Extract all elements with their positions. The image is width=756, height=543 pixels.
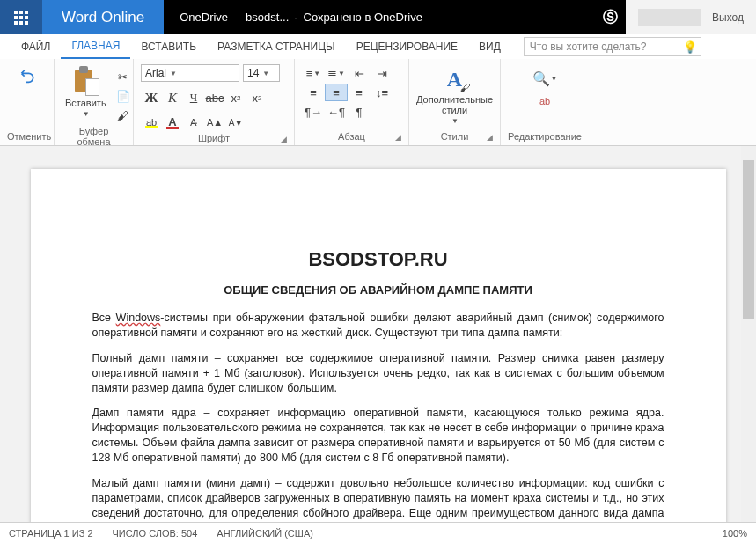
skype-icon: Ⓢ [603, 7, 618, 27]
copy-button[interactable]: 📄 [114, 87, 133, 105]
group-label-clipboard: Буфер обмена [62, 124, 126, 149]
doc-paragraph[interactable]: Малый дамп памяти (мини дамп) – содержит… [92, 476, 664, 522]
vertical-scrollbar[interactable] [741, 146, 756, 522]
status-page[interactable]: СТРАНИЦА 1 ИЗ 2 [9, 528, 93, 539]
document-page[interactable]: BSODSTOP.RU ОБЩИЕ СВЕДЕНИЯ ОБ АВАРИЙНОМ … [31, 169, 726, 522]
group-label-paragraph: Абзац◢ [302, 129, 401, 143]
group-label-editing: Редактирование [508, 129, 582, 143]
search-icon: 🔍 [532, 70, 550, 87]
line-spacing-button[interactable]: ↕≡ [371, 84, 393, 101]
highlight-color-button[interactable]: ab [141, 114, 162, 131]
tell-me-placeholder: Что вы хотите сделать? [530, 40, 647, 53]
tab-file[interactable]: ФАЙЛ [11, 34, 61, 59]
numbering-icon: ≣ [327, 67, 337, 80]
increase-indent-button[interactable]: ⇥ [371, 64, 393, 82]
styles-dialog-launcher[interactable]: ◢ [487, 133, 493, 142]
eraser-icon: A̶ [190, 117, 197, 128]
tab-page-layout[interactable]: РАЗМЕТКА СТРАНИЦЫ [207, 34, 346, 59]
group-label-styles: Стили◢ [416, 129, 493, 143]
bullets-button[interactable]: ≡▼ [302, 64, 325, 82]
align-right-icon: ≡ [356, 86, 363, 99]
document-area[interactable]: BSODSTOP.RU ОБЩИЕ СВЕДЕНИЯ ОБ АВАРИЙНОМ … [0, 146, 756, 522]
save-status: Сохранено в OneDrive [304, 11, 422, 24]
styles-button[interactable]: A🖌 Дополнительные стили ▼ [413, 64, 496, 127]
status-word-count[interactable]: ЧИСЛО СЛОВ: 504 [113, 528, 198, 539]
chevron-down-icon: ▼ [83, 110, 90, 118]
underline-button[interactable]: Ч [183, 89, 204, 106]
group-label-undo: Отменить [7, 129, 47, 143]
doc-heading-2[interactable]: ОБЩИЕ СВЕДЕНИЯ ОБ АВАРИЙНОМ ДАМПЕ ПАМЯТИ [92, 283, 664, 297]
tab-home[interactable]: ГЛАВНАЯ [61, 34, 130, 59]
font-size-select[interactable]: 14▼ [243, 64, 280, 82]
rtl-icon: ←¶ [327, 106, 345, 119]
tell-me-search[interactable]: Что вы хотите сделать? 💡 [524, 37, 701, 56]
find-button[interactable]: 🔍▼ [535, 70, 554, 87]
font-dialog-launcher[interactable]: ◢ [281, 135, 287, 143]
decrease-indent-button[interactable]: ⇤ [348, 64, 371, 82]
outdent-icon: ⇤ [355, 67, 364, 80]
rtl-button[interactable]: ←¶ [325, 103, 348, 121]
group-label-font: Шрифт◢ [141, 131, 287, 145]
status-zoom[interactable]: 100% [723, 528, 747, 539]
line-spacing-icon: ↕≡ [376, 86, 388, 99]
clear-formatting-button[interactable]: A̶ [183, 114, 204, 131]
styles-label: Дополнительные стили [416, 94, 493, 115]
font-color-button[interactable]: A [162, 114, 183, 131]
align-left-button[interactable]: ≡ [302, 84, 325, 101]
strikethrough-button[interactable]: abc [204, 89, 225, 106]
align-center-icon: ≡ [333, 86, 340, 99]
chevron-down-icon: ▼ [451, 117, 459, 125]
align-center-button[interactable]: ≡ [325, 84, 348, 101]
replace-button[interactable]: ab [535, 92, 554, 110]
grow-font-button[interactable]: A▲ [204, 114, 225, 131]
pilcrow-icon: ¶ [356, 106, 363, 119]
numbering-button[interactable]: ≣▼ [325, 64, 348, 82]
tab-insert[interactable]: ВСТАВИТЬ [130, 34, 207, 59]
font-name-select[interactable]: Arial▼ [141, 64, 239, 82]
undo-icon [18, 66, 36, 84]
cut-button[interactable]: ✂ [114, 68, 133, 85]
document-name[interactable]: bsodst... [246, 11, 289, 24]
align-right-button[interactable]: ≡ [348, 84, 371, 101]
copy-icon: 📄 [116, 90, 130, 103]
app-launcher-button[interactable] [0, 0, 42, 34]
doc-heading-1[interactable]: BSODSTOP.RU [92, 248, 664, 271]
subscript-button[interactable]: x2 [225, 89, 246, 106]
special-indent-button[interactable]: ¶ [348, 103, 371, 121]
clipboard-icon [71, 66, 99, 96]
superscript-button[interactable]: x2 [246, 89, 268, 106]
italic-button[interactable]: К [162, 89, 183, 106]
tab-view[interactable]: ВИД [468, 34, 511, 59]
doc-paragraph[interactable]: Полный дамп памяти – сохраняет все содер… [92, 351, 664, 396]
chevron-down-icon: ▼ [170, 70, 177, 77]
align-left-icon: ≡ [310, 86, 317, 99]
chevron-down-icon: ▼ [262, 70, 269, 77]
paste-label: Вставить [65, 98, 106, 108]
paintbrush-icon: 🖌 [117, 109, 128, 122]
skype-button[interactable]: Ⓢ [594, 0, 626, 34]
styles-icon: A🖌 [442, 66, 468, 92]
separator: - [294, 11, 297, 24]
tab-review[interactable]: РЕЦЕНЗИРОВАНИЕ [346, 34, 468, 59]
scissors-icon: ✂ [118, 70, 128, 84]
ltr-icon: ¶→ [305, 106, 322, 119]
status-language[interactable]: АНГЛИЙСКИЙ (США) [217, 528, 313, 539]
doc-paragraph[interactable]: Дамп памяти ядра – сохраняет информацию … [92, 406, 664, 466]
user-avatar[interactable] [638, 9, 701, 26]
sign-out-link[interactable]: Выход [712, 11, 744, 24]
paste-button[interactable]: Вставить ▼ [62, 64, 110, 120]
bold-button[interactable]: Ж [141, 89, 162, 106]
format-painter-button[interactable]: 🖌 [114, 106, 133, 124]
doc-paragraph[interactable]: Все Windows-системы при обнаружении фата… [92, 311, 664, 341]
onedrive-link[interactable]: OneDrive [180, 11, 228, 24]
paragraph-dialog-launcher[interactable]: ◢ [395, 133, 401, 142]
indent-icon: ⇥ [378, 67, 387, 80]
undo-button[interactable] [15, 64, 40, 85]
ltr-button[interactable]: ¶→ [302, 103, 325, 121]
bullets-icon: ≡ [306, 67, 313, 80]
scrollbar-thumb[interactable] [743, 160, 754, 319]
lightbulb-icon: 💡 [683, 40, 697, 54]
app-brand: Word Online [42, 0, 164, 34]
spelling-error[interactable]: Windows [116, 312, 161, 324]
shrink-font-button[interactable]: A▼ [225, 114, 246, 131]
